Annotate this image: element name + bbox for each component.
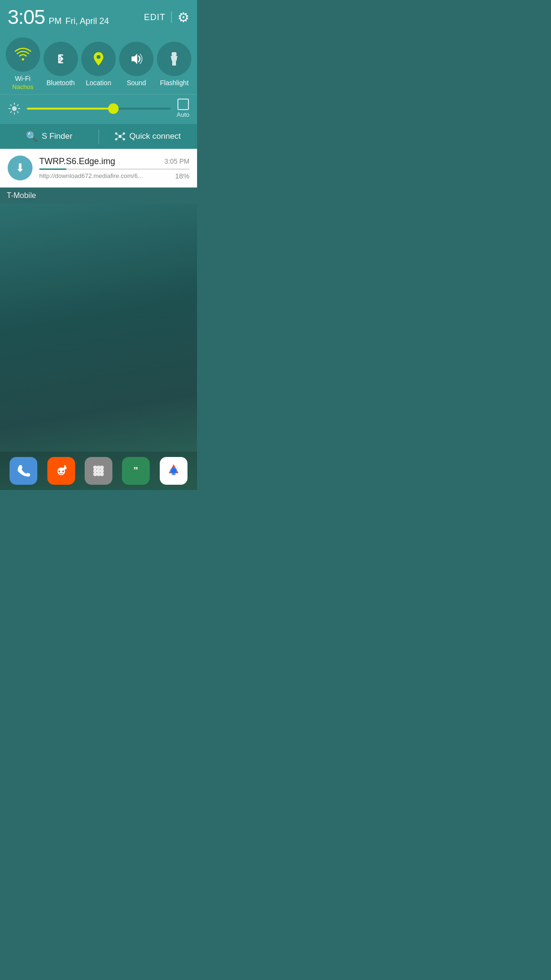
- bluetooth-icon: [52, 50, 69, 67]
- svg-point-15: [119, 135, 121, 138]
- wifi-label: Wi-Fi: [15, 75, 31, 82]
- brightness-thumb[interactable]: [108, 103, 119, 114]
- svg-marker-3: [132, 54, 137, 64]
- quick-toggles: Wi-Fi Nachos Bluetooth: [0, 33, 197, 94]
- svg-point-32: [97, 466, 100, 469]
- quickconnect-button[interactable]: Quick connect: [99, 124, 198, 149]
- svg-point-26: [58, 470, 60, 472]
- wifi-icon: [14, 46, 32, 63]
- phone-icon: [16, 463, 31, 479]
- svg-rect-4: [172, 52, 176, 56]
- toggle-wifi[interactable]: Wi-Fi Nachos: [6, 37, 40, 90]
- notif-content: TWRP.S6.Edge.img 3:05 PM http://download…: [39, 156, 189, 180]
- svg-point-36: [100, 469, 104, 473]
- location-circle: [81, 42, 116, 76]
- svg-text:": ": [134, 465, 138, 476]
- toggle-location[interactable]: Location: [81, 42, 116, 87]
- settings-icon[interactable]: ⚙: [177, 10, 189, 25]
- sound-label: Sound: [127, 79, 146, 87]
- toggle-sound[interactable]: Sound: [119, 42, 154, 87]
- notif-top-row: TWRP.S6.Edge.img 3:05 PM: [39, 156, 189, 167]
- svg-point-37: [93, 472, 97, 476]
- svg-line-20: [117, 134, 119, 136]
- header-actions: EDIT ⚙: [144, 10, 189, 25]
- search-icon: 🔍: [26, 131, 38, 142]
- notif-progress-fill: [39, 168, 66, 170]
- svg-line-22: [117, 137, 119, 139]
- carrier-label: T-Mobile: [0, 188, 197, 204]
- brightness-fill: [27, 108, 113, 110]
- svg-point-6: [12, 106, 17, 111]
- notif-percent: 18%: [175, 172, 189, 180]
- dock-phone-icon[interactable]: [10, 457, 37, 485]
- svg-line-11: [11, 104, 12, 106]
- brightness-row: Auto: [0, 94, 197, 124]
- sfinder-label: S Finder: [42, 132, 72, 141]
- wifi-circle: [6, 37, 40, 72]
- bluetooth-circle: [44, 42, 78, 76]
- sound-icon: [128, 50, 145, 67]
- auto-brightness-label: Auto: [176, 111, 189, 118]
- dock-chrome-icon[interactable]: [160, 457, 187, 485]
- app-dock: ": [0, 452, 197, 490]
- apps-icon: [90, 463, 107, 479]
- svg-line-21: [121, 134, 123, 136]
- desktop-area: ": [0, 204, 197, 490]
- svg-point-33: [100, 466, 104, 469]
- notif-title: TWRP.S6.Edge.img: [39, 156, 115, 167]
- download-icon: ⬇: [15, 161, 25, 175]
- chrome-icon: [165, 462, 182, 479]
- svg-point-31: [93, 466, 97, 469]
- svg-point-2: [97, 55, 100, 59]
- notif-progress-bar: [39, 168, 189, 170]
- clock-date: Fri, April 24: [66, 16, 109, 26]
- toggle-bluetooth[interactable]: Bluetooth: [44, 42, 78, 87]
- svg-line-13: [17, 104, 19, 106]
- brightness-track: [27, 108, 171, 110]
- sfinder-button[interactable]: 🔍 S Finder: [0, 124, 99, 149]
- full-page: 3:05 PM Fri, April 24 EDIT ⚙: [0, 0, 197, 490]
- notif-time: 3:05 PM: [165, 157, 189, 165]
- svg-point-0: [22, 58, 24, 61]
- quickconnect-icon: [115, 131, 125, 142]
- dock-apps-icon[interactable]: [85, 457, 112, 485]
- clock-ampm: PM: [49, 16, 62, 26]
- flashlight-circle: [157, 42, 191, 76]
- brightness-slider[interactable]: [27, 104, 171, 113]
- svg-point-46: [171, 468, 176, 473]
- svg-line-14: [11, 111, 12, 112]
- brightness-icon: [8, 102, 21, 115]
- dock-quotes-icon[interactable]: ": [122, 457, 150, 485]
- dock-reddit-icon[interactable]: [47, 457, 75, 485]
- edit-button[interactable]: EDIT: [144, 12, 165, 22]
- header-divider: [171, 11, 172, 23]
- svg-point-35: [97, 469, 100, 473]
- finder-row: 🔍 S Finder Quick connect: [0, 124, 197, 149]
- svg-line-23: [121, 137, 123, 139]
- svg-point-38: [97, 472, 100, 476]
- clock-time: 3:05: [8, 6, 45, 29]
- svg-line-12: [17, 111, 19, 112]
- flashlight-label: Flashlight: [160, 79, 188, 87]
- status-header: 3:05 PM Fri, April 24 EDIT ⚙: [0, 0, 197, 33]
- svg-point-34: [93, 469, 97, 473]
- sound-circle: [119, 42, 154, 76]
- reddit-icon: [53, 462, 70, 479]
- notif-url: http://download672.mediafire.com/6...: [39, 172, 143, 179]
- quotes-icon: ": [128, 463, 144, 479]
- wifi-network-name: Nachos: [12, 83, 33, 90]
- location-label: Location: [86, 79, 111, 87]
- svg-point-39: [100, 472, 104, 476]
- notification-card[interactable]: ⬇ TWRP.S6.Edge.img 3:05 PM http://downlo…: [0, 149, 197, 188]
- notif-icon-circle: ⬇: [8, 156, 33, 180]
- svg-point-27: [62, 470, 64, 472]
- notification-shade: 3:05 PM Fri, April 24 EDIT ⚙: [0, 0, 197, 204]
- flashlight-icon: [165, 50, 183, 67]
- toggle-flashlight[interactable]: Flashlight: [157, 42, 191, 87]
- auto-brightness-block[interactable]: Auto: [176, 99, 189, 118]
- svg-point-30: [64, 465, 66, 467]
- bluetooth-label: Bluetooth: [46, 79, 75, 87]
- auto-brightness-checkbox[interactable]: [177, 99, 189, 110]
- time-block: 3:05 PM Fri, April 24: [8, 6, 109, 29]
- notif-bottom-row: http://download672.mediafire.com/6... 18…: [39, 172, 189, 180]
